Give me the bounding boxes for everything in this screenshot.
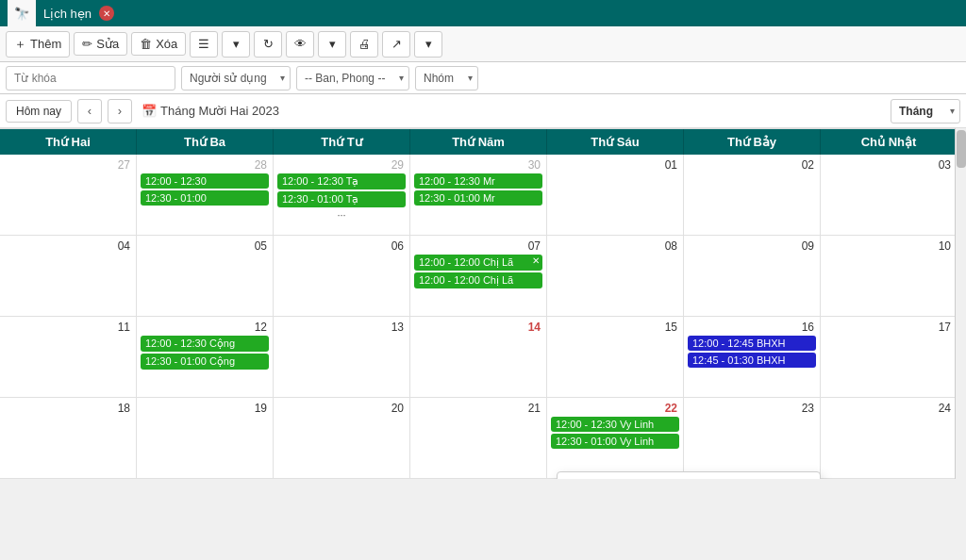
event-block[interactable]: 12:00 - 12:30 Mr	[414, 173, 542, 189]
prev-month-button[interactable]: ‹	[77, 99, 102, 124]
view-select-wrapper: Tháng Tuần Ngày ▾	[891, 99, 960, 124]
edit-button[interactable]: ✏ Sửa	[74, 32, 127, 56]
eye-button[interactable]: 👁	[286, 31, 314, 58]
event-block[interactable]: 12:00 - 12:30 Vy Linh	[551, 417, 679, 432]
day-18: 18	[0, 398, 137, 478]
day-15: 15	[547, 317, 684, 397]
day-04: 04	[0, 236, 137, 316]
event-block[interactable]: 12:30 - 01:00 Vy Linh	[551, 434, 679, 449]
edit-icon: ✏	[82, 37, 92, 51]
eye-dropdown[interactable]: ▾	[318, 31, 346, 58]
day-12: 12 12:00 - 12:30 Cộng 12:30 - 01:00 Cộng	[137, 317, 274, 397]
event-block[interactable]: 12:00 - 12:00 Chị Lã	[414, 272, 542, 288]
week-2: 04 05 06 07 12:00 - 12:00 Chị Lã ✕ 12:00…	[0, 236, 966, 317]
nav-bar: Hôm nay ‹ › 📅 Tháng Mười Hai 2023 Tháng …	[0, 94, 966, 128]
event-block[interactable]: 12:30 - 01:00	[141, 190, 269, 206]
title-bar: 🔭 Lịch hẹn ✕	[0, 0, 966, 26]
calendar: Thứ Hai Thứ Ba Thứ Tư Thứ Năm Thứ Sáu Th…	[0, 128, 966, 479]
day-21: 21	[410, 398, 547, 478]
day-20: 20	[274, 398, 410, 478]
calendar-header: Thứ Hai Thứ Ba Thứ Tư Thứ Năm Thứ Sáu Th…	[0, 129, 966, 155]
day-06: 06	[274, 236, 410, 316]
day-30: 30 12:00 - 12:30 Mr 12:30 - 01:00 Mr	[410, 155, 547, 235]
header-fri: Thứ Sáu	[547, 129, 684, 155]
next-month-button[interactable]: ›	[108, 99, 132, 124]
event-block[interactable]: 12:00 - 12:00 Chị Lã ✕	[414, 255, 542, 271]
event-block[interactable]: 12:30 - 01:00 Tạ	[277, 191, 406, 207]
day-27: 27	[0, 155, 137, 235]
day-16: 16 12:00 - 12:45 BHXH 12:45 - 01:30 BHXH	[684, 317, 821, 397]
keyword-input[interactable]	[6, 66, 175, 91]
share-button[interactable]: ↗	[382, 31, 410, 58]
week-1: 27 28 12:00 - 12:30 12:30 - 01:00 29 12:…	[0, 155, 966, 236]
month-title-text: Tháng Mười Hai 2023	[160, 104, 279, 118]
day-03: 03	[821, 155, 958, 235]
header-tue: Thứ Ba	[137, 129, 274, 155]
header-sun: Chủ Nhật	[821, 129, 958, 155]
binoculars-icon: 🔭	[8, 0, 36, 26]
day-08: 08	[547, 236, 684, 316]
scrollbar[interactable]	[955, 128, 966, 479]
day-28: 28 12:00 - 12:30 12:30 - 01:00	[137, 155, 274, 235]
day-14: 14	[410, 317, 547, 397]
user-select[interactable]: Người sử dụng	[181, 66, 291, 91]
dropdown-arrow-1[interactable]: ▾	[222, 31, 250, 58]
event-block[interactable]: 12:00 - 12:30 Cộng	[141, 336, 269, 352]
event-block[interactable]: 12:00 - 12:45 BHXH	[688, 336, 816, 351]
app-title: Lịch hẹn	[43, 7, 92, 21]
edit-label: Sửa	[96, 37, 119, 51]
share-dropdown[interactable]: ▾	[414, 31, 442, 58]
event-block[interactable]: 12:00 - 12:30	[141, 173, 269, 189]
header-mon: Thứ Hai	[0, 129, 137, 155]
add-button[interactable]: ＋ Thêm	[6, 31, 70, 58]
week-3: 11 12 12:00 - 12:30 Cộng 12:30 - 01:00 C…	[0, 317, 966, 398]
department-select-wrapper: -- Ban, Phong -- ▾	[296, 66, 409, 91]
add-label: Thêm	[30, 37, 61, 51]
department-select[interactable]: -- Ban, Phong --	[296, 66, 409, 91]
scrollbar-thumb[interactable]	[957, 130, 966, 168]
event-block[interactable]: 12:00 - 12:30 Tạ	[277, 173, 406, 189]
event-block[interactable]: 12:30 - 01:00 Cộng	[141, 354, 269, 370]
day-02: 02	[684, 155, 821, 235]
header-wed: Thứ Tư	[274, 129, 410, 155]
refresh-button[interactable]: ↻	[254, 31, 282, 58]
delete-label: Xóa	[156, 37, 177, 51]
day-22: 22 12:00 - 12:30 Vy Linh 12:30 - 01:00 V…	[547, 398, 684, 478]
print-button[interactable]: 🖨	[350, 31, 378, 58]
delete-icon: 🗑	[140, 37, 152, 51]
group-select-wrapper: Nhóm ▾	[415, 66, 478, 91]
view-select[interactable]: Tháng Tuần Ngày	[891, 99, 960, 124]
day-29: 29 12:00 - 12:30 Tạ 12:30 - 01:00 Tạ ···	[274, 155, 410, 235]
event-block[interactable]: 12:45 - 01:30 BHXH	[688, 353, 816, 368]
day-13: 13	[274, 317, 410, 397]
day-09: 09	[684, 236, 821, 316]
day-11: 11	[0, 317, 137, 397]
day-23: 23	[684, 398, 821, 478]
day-01: 01	[547, 155, 684, 235]
toolbar: ＋ Thêm ✏ Sửa 🗑 Xóa ☰ ▾ ↻ 👁 ▾ 🖨 ↗ ▾	[0, 26, 966, 62]
calendar-icon: 📅	[142, 104, 157, 118]
list-icon-button[interactable]: ☰	[190, 31, 218, 58]
event-popup: Chị Lã Thị Thanh Ngần T: 0902119211 E: n…	[557, 471, 821, 479]
more-events[interactable]: ···	[277, 209, 406, 221]
header-thu: Thứ Năm	[410, 129, 547, 155]
today-button[interactable]: Hôm nay	[6, 100, 72, 123]
day-07: 07 12:00 - 12:00 Chị Lã ✕ 12:00 - 12:00 …	[410, 236, 547, 316]
day-19: 19	[137, 398, 274, 478]
month-title: 📅 Tháng Mười Hai 2023	[142, 104, 885, 118]
header-sat: Thứ Bảy	[684, 129, 821, 155]
event-block[interactable]: 12:30 - 01:00 Mr	[414, 190, 542, 206]
week-4: 18 19 20 21 22 12:00 - 12:30 Vy Linh 12:…	[0, 398, 966, 479]
day-05: 05	[137, 236, 274, 316]
user-select-wrapper: Người sử dụng ▾	[181, 66, 291, 91]
close-button[interactable]: ✕	[99, 6, 114, 21]
day-17: 17	[821, 317, 958, 397]
delete-button[interactable]: 🗑 Xóa	[131, 32, 186, 56]
add-icon: ＋	[14, 36, 26, 53]
day-10: 10	[821, 236, 958, 316]
group-select[interactable]: Nhóm	[415, 66, 478, 91]
search-bar: Người sử dụng ▾ -- Ban, Phong -- ▾ Nhóm …	[0, 62, 966, 94]
day-24: 24	[821, 398, 958, 478]
calendar-container: Thứ Hai Thứ Ba Thứ Tư Thứ Năm Thứ Sáu Th…	[0, 128, 966, 479]
event-close-icon[interactable]: ✕	[532, 255, 540, 266]
